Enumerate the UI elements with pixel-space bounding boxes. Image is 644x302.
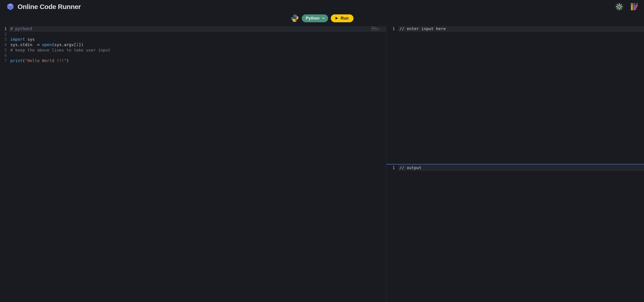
input-editor[interactable]: 1// enter input here bbox=[386, 26, 644, 31]
language-select[interactable]: Python bbox=[302, 14, 328, 22]
svg-point-1 bbox=[619, 6, 620, 7]
svg-point-9 bbox=[295, 20, 296, 21]
line-number: 6 bbox=[0, 53, 9, 58]
line-number: 7 bbox=[0, 58, 9, 63]
line-number: 2 bbox=[0, 31, 9, 37]
header-left: Online Code Runner bbox=[6, 3, 81, 11]
svg-point-5 bbox=[634, 4, 635, 5]
editor-line[interactable]: 3import sys bbox=[0, 37, 386, 42]
editor-line[interactable]: 4sys.stdin = open(sys.argv[1]) bbox=[0, 42, 386, 47]
logo-cube-icon bbox=[6, 3, 14, 11]
code-editor[interactable]: 1# python323import sys4sys.stdin = open(… bbox=[0, 26, 386, 63]
svg-point-3 bbox=[632, 4, 632, 5]
output-pane: 1// output bbox=[386, 164, 644, 302]
language-label: Python bbox=[306, 16, 320, 21]
line-content[interactable] bbox=[9, 31, 386, 37]
sun-icon[interactable] bbox=[615, 3, 623, 11]
editor-line[interactable]: 6 bbox=[0, 53, 386, 58]
page-title: Online Code Runner bbox=[18, 3, 81, 10]
editor-line[interactable]: 5# keep the above lines to take user inp… bbox=[0, 47, 386, 53]
line-number: 1 bbox=[0, 26, 9, 31]
line-content[interactable]: # keep the above lines to take user inpu… bbox=[9, 47, 386, 53]
editor-line[interactable]: 1// enter input here bbox=[386, 26, 644, 31]
panes: 1# python323import sys4sys.stdin = open(… bbox=[0, 26, 644, 302]
play-icon bbox=[335, 16, 338, 20]
header: Online Code Runner bbox=[0, 0, 644, 12]
output-editor: 1// output bbox=[386, 165, 644, 170]
run-label: Run bbox=[341, 16, 348, 21]
line-content[interactable]: // enter input here bbox=[398, 26, 644, 31]
line-number: 3 bbox=[0, 37, 9, 42]
run-button[interactable]: Run bbox=[331, 14, 354, 22]
line-content[interactable] bbox=[9, 53, 386, 58]
line-content[interactable]: # python3 bbox=[9, 26, 386, 31]
input-pane[interactable]: 1// enter input here bbox=[386, 26, 644, 164]
svg-point-8 bbox=[294, 15, 294, 16]
editor-line[interactable]: 7print("Hello World !!!") bbox=[0, 58, 386, 63]
io-panes: 1// enter input here 1// output bbox=[386, 26, 644, 302]
header-right bbox=[615, 3, 638, 11]
python-icon bbox=[290, 14, 299, 22]
toolbar: Python Run bbox=[0, 12, 644, 26]
editor-line[interactable]: 2 bbox=[0, 31, 386, 37]
chevron-down-icon bbox=[322, 17, 325, 20]
line-number: 4 bbox=[0, 42, 9, 47]
line-content[interactable]: print("Hello World !!!") bbox=[9, 58, 386, 63]
line-number: 1 bbox=[386, 165, 398, 170]
line-number: 5 bbox=[0, 47, 9, 53]
editor-line[interactable]: 1# python3 bbox=[0, 26, 386, 31]
code-editor-pane[interactable]: 1# python323import sys4sys.stdin = open(… bbox=[0, 26, 386, 302]
palette-icon[interactable] bbox=[630, 3, 638, 11]
line-number: 1 bbox=[386, 26, 398, 31]
editor-line: 1// output bbox=[386, 165, 644, 170]
line-content[interactable]: import sys bbox=[9, 37, 386, 42]
minimap[interactable] bbox=[371, 26, 385, 30]
line-content[interactable]: sys.stdin = open(sys.argv[1]) bbox=[9, 42, 386, 47]
line-content: // output bbox=[398, 165, 644, 170]
